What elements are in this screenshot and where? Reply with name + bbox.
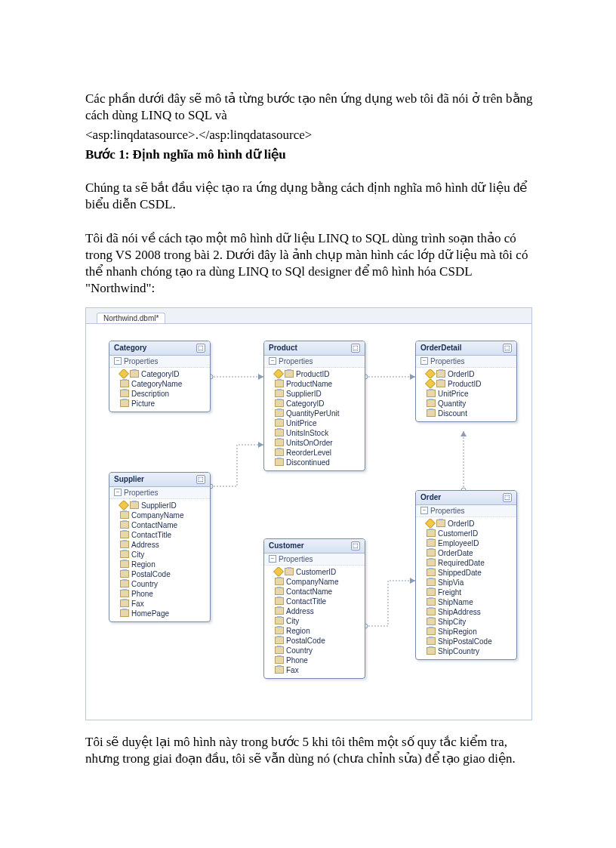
property-name: Address xyxy=(286,607,314,615)
svg-marker-9 xyxy=(410,578,415,584)
property-row: Description xyxy=(120,389,207,399)
property-name: SupplierID xyxy=(286,390,322,398)
column-icon xyxy=(275,578,284,585)
property-row: ShipCity xyxy=(427,617,513,627)
property-row: CustomerID xyxy=(427,529,513,538)
property-row: CompanyName xyxy=(275,577,362,587)
property-row: ContactName xyxy=(120,520,207,530)
prop-list: OrderIDProductIDUnitPriceQuantityDiscoun… xyxy=(416,368,516,421)
property-name: OrderDate xyxy=(438,549,473,557)
column-icon xyxy=(275,390,284,397)
column-icon xyxy=(427,559,436,566)
property-name: Region xyxy=(131,560,156,569)
property-row: Discontinued xyxy=(275,458,362,467)
property-row: Fax xyxy=(275,665,362,675)
column-icon xyxy=(436,520,445,527)
column-icon xyxy=(275,409,284,417)
prop-list: CategoryIDCategoryNameDescriptionPicture xyxy=(109,368,210,412)
column-icon xyxy=(120,531,129,538)
property-row: Country xyxy=(120,579,207,589)
prop-list: ProductIDProductNameSupplierIDCategoryID… xyxy=(264,368,365,470)
property-name: CustomerID xyxy=(296,568,336,576)
column-icon xyxy=(275,666,284,674)
column-icon xyxy=(275,617,284,624)
property-row: QuantityPerUnit xyxy=(275,409,362,418)
column-icon xyxy=(436,370,445,378)
property-name: ProductName xyxy=(286,380,332,388)
property-name: Fax xyxy=(286,666,299,674)
column-icon xyxy=(427,390,436,397)
property-name: OrderID xyxy=(448,370,475,378)
column-icon xyxy=(120,541,129,548)
column-icon xyxy=(120,511,129,519)
property-row: CustomerID xyxy=(275,567,362,577)
property-row: Fax xyxy=(120,599,207,609)
key-icon xyxy=(425,378,436,389)
property-name: ReorderLevel xyxy=(286,449,331,457)
property-name: CustomerID xyxy=(438,529,478,538)
property-name: Description xyxy=(131,390,169,398)
property-name: EmployeeID xyxy=(438,539,479,547)
entity-customer: Customer ⬚ − Properties CustomerIDCompan… xyxy=(263,538,365,679)
column-icon xyxy=(120,380,129,387)
property-name: CompanyName xyxy=(286,578,338,586)
intro-para-1b: <asp:linqdatasource>.</asp:linqdatasourc… xyxy=(85,127,544,143)
property-name: Fax xyxy=(131,600,144,608)
property-row: PostalCode xyxy=(120,569,207,579)
dbml-designer-screenshot: Northwind.dbml* xyxy=(85,307,532,720)
pin-icon: ⬚ xyxy=(503,493,512,502)
svg-marker-7 xyxy=(460,431,467,436)
column-icon xyxy=(120,521,129,529)
column-icon xyxy=(130,370,139,378)
property-row: OrderID xyxy=(427,369,513,379)
pin-icon: ⬚ xyxy=(196,475,205,484)
intro-para-3: Tôi đã nói về cách tạo một mô hình dữ li… xyxy=(85,230,544,297)
property-row: CategoryID xyxy=(120,369,207,379)
entity-order: Order ⬚ − Properties OrderIDCustomerIDEm… xyxy=(415,490,517,660)
property-row: ShipAddress xyxy=(427,607,513,617)
property-name: CompanyName xyxy=(131,511,183,520)
intro-para-1a: Các phần dưới đây sẽ mô tả từng bước tạo… xyxy=(85,91,544,124)
properties-section: − Properties xyxy=(416,356,516,368)
column-icon xyxy=(275,458,284,466)
property-row: Address xyxy=(120,540,207,550)
property-name: Picture xyxy=(131,399,155,408)
property-name: City xyxy=(131,550,144,559)
property-name: ContactTitle xyxy=(286,597,326,606)
property-row: Picture xyxy=(120,399,207,409)
pin-icon: ⬚ xyxy=(503,344,512,353)
entity-title: Customer xyxy=(269,541,304,550)
pin-icon: ⬚ xyxy=(351,344,360,353)
entity-category: Category ⬚ − Properties CategoryIDCatego… xyxy=(109,341,211,412)
column-icon xyxy=(427,549,436,557)
file-tab: Northwind.dbml* xyxy=(97,313,165,323)
design-surface: Category ⬚ − Properties CategoryIDCatego… xyxy=(86,323,531,720)
column-icon xyxy=(275,607,284,615)
property-name: UnitsInStock xyxy=(286,429,328,437)
column-icon xyxy=(436,380,445,387)
property-name: UnitPrice xyxy=(438,390,469,398)
property-name: CategoryID xyxy=(286,399,325,408)
property-name: CategoryID xyxy=(141,370,180,378)
property-name: Country xyxy=(131,580,158,588)
property-row: ContactName xyxy=(275,587,362,597)
property-row: PostalCode xyxy=(275,636,362,646)
column-icon xyxy=(285,370,294,378)
column-icon xyxy=(275,449,284,456)
properties-section: − Properties xyxy=(264,554,365,566)
collapse-icon: − xyxy=(420,507,428,514)
property-row: RequiredDate xyxy=(427,558,513,568)
property-name: SupplierID xyxy=(141,501,177,510)
property-name: Phone xyxy=(286,656,308,665)
entity-title: Supplier xyxy=(114,475,144,483)
prop-list: OrderIDCustomerIDEmployeeIDOrderDateRequ… xyxy=(416,517,516,659)
svg-marker-5 xyxy=(410,374,415,380)
column-icon xyxy=(275,637,284,644)
svg-marker-3 xyxy=(258,442,263,448)
property-row: ContactTitle xyxy=(120,530,207,540)
prop-list: CustomerIDCompanyNameContactNameContactT… xyxy=(264,566,365,678)
entity-title: Product xyxy=(269,344,297,352)
property-row: ShipPostalCode xyxy=(427,637,513,646)
column-icon xyxy=(275,399,284,407)
key-icon xyxy=(425,518,436,529)
